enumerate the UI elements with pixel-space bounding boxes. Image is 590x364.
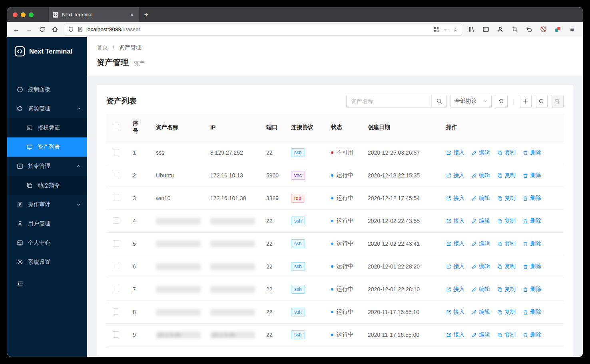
- browser-tab[interactable]: Next Terminal ×: [49, 7, 139, 22]
- page-actions-icon[interactable]: ⋯: [443, 26, 449, 33]
- connect-action[interactable]: 接入: [446, 286, 464, 293]
- refresh-button[interactable]: [535, 95, 548, 107]
- row-checkbox[interactable]: [113, 217, 119, 224]
- copy-action[interactable]: 复制: [497, 172, 516, 179]
- search-button[interactable]: [431, 95, 446, 107]
- tab-close-icon[interactable]: ×: [128, 11, 136, 18]
- sidebar-item-dashboard[interactable]: 控制面板: [7, 80, 87, 99]
- delete-action[interactable]: 删除: [523, 217, 541, 225]
- row-checkbox[interactable]: [113, 149, 119, 155]
- edit-pencil-icon: [472, 332, 477, 338]
- asset-name: [156, 218, 201, 225]
- close-window-button[interactable]: [13, 12, 18, 17]
- content-blocker-button[interactable]: [537, 24, 549, 35]
- reload-button[interactable]: [36, 24, 48, 35]
- delete-action[interactable]: 删除: [523, 149, 541, 156]
- trash-icon: [523, 264, 528, 269]
- edit-action[interactable]: 编辑: [472, 195, 490, 202]
- copy-action[interactable]: 复制: [497, 308, 516, 316]
- trash-icon: [523, 310, 528, 315]
- undo-button[interactable]: [495, 95, 508, 107]
- delete-action[interactable]: 删除: [523, 263, 541, 270]
- status-dot: [331, 151, 333, 154]
- row-checkbox[interactable]: [113, 195, 119, 201]
- app-logo[interactable]: Next Terminal: [7, 37, 87, 64]
- account-button[interactable]: [494, 24, 506, 35]
- copy-action[interactable]: 复制: [497, 195, 516, 202]
- connect-action[interactable]: 接入: [446, 331, 464, 338]
- sidebar-item-profile[interactable]: 个人中心: [7, 233, 87, 253]
- row-checkbox[interactable]: [113, 308, 119, 315]
- select-all-checkbox[interactable]: [113, 124, 119, 130]
- zoom-window-button[interactable]: [29, 12, 34, 17]
- sidebar-item-settings[interactable]: 系统设置: [7, 253, 87, 272]
- extension-button[interactable]: [552, 24, 564, 35]
- delete-action[interactable]: 删除: [523, 172, 541, 179]
- sidebar-item-label: 授权凭证: [38, 124, 81, 131]
- home-button[interactable]: [49, 24, 61, 35]
- copy-action[interactable]: 复制: [497, 263, 516, 270]
- delete-action[interactable]: 删除: [523, 331, 541, 338]
- connect-action[interactable]: 接入: [446, 172, 464, 179]
- connect-action[interactable]: 接入: [446, 149, 464, 156]
- row-checkbox[interactable]: [113, 172, 119, 178]
- highlights-icon[interactable]: [433, 26, 439, 32]
- delete-action[interactable]: 删除: [523, 195, 541, 202]
- sidebar-item-assets[interactable]: 资产列表: [7, 137, 87, 157]
- connect-action[interactable]: 接入: [446, 217, 464, 225]
- sidebar-collapse-button[interactable]: [7, 274, 87, 295]
- sidebar-item-users[interactable]: 用户管理: [7, 214, 87, 233]
- delete-selected-button[interactable]: [551, 95, 564, 107]
- row-checkbox[interactable]: [113, 263, 119, 269]
- sidebar-item-dynamic-commands[interactable]: 动态指令: [7, 176, 87, 195]
- add-asset-button[interactable]: [519, 95, 532, 107]
- connect-action[interactable]: 接入: [446, 308, 464, 316]
- delete-action[interactable]: 删除: [523, 240, 541, 247]
- delete-action[interactable]: 删除: [523, 308, 541, 316]
- edit-action[interactable]: 编辑: [472, 217, 490, 225]
- edit-action[interactable]: 编辑: [472, 331, 490, 338]
- sidebar-toggle-button[interactable]: [480, 24, 492, 35]
- row-checkbox[interactable]: [113, 331, 119, 338]
- bookmark-star-icon[interactable]: ☆: [453, 26, 458, 33]
- copy-action[interactable]: 复制: [497, 240, 516, 247]
- protocol-select[interactable]: 全部协议: [450, 95, 492, 107]
- connect-action[interactable]: 接入: [446, 240, 464, 247]
- edit-action[interactable]: 编辑: [472, 263, 490, 270]
- table-row: 5 22 ssh 运行中 2020-12-02 22:43:41 接入 编辑: [106, 233, 564, 255]
- library-button[interactable]: [465, 24, 477, 35]
- asset-name: sss: [156, 149, 164, 156]
- connect-action[interactable]: 接入: [446, 195, 464, 202]
- copy-action[interactable]: 复制: [497, 331, 516, 338]
- sidebar-item-resources[interactable]: 资源管理: [7, 99, 87, 118]
- asset-search: [346, 95, 447, 107]
- row-checkbox[interactable]: [113, 240, 119, 247]
- app-menu-button[interactable]: ≡: [566, 24, 578, 35]
- edit-action[interactable]: 编辑: [472, 240, 490, 247]
- edit-action[interactable]: 编辑: [472, 308, 490, 316]
- url-bar[interactable]: localhost:8088/#/asset ⋯ ☆: [64, 24, 462, 36]
- copy-action[interactable]: 复制: [497, 286, 516, 293]
- sidebar-item-credentials[interactable]: 授权凭证: [7, 118, 87, 137]
- history-button[interactable]: [523, 24, 535, 35]
- asset-ip: [210, 218, 255, 225]
- sidebar-item-commands[interactable]: 指令管理: [7, 157, 87, 176]
- screenshot-button[interactable]: [508, 24, 520, 35]
- breadcrumb-home[interactable]: 首页: [97, 44, 108, 50]
- sidebar-item-audit[interactable]: 操作审计: [7, 195, 87, 214]
- delete-action[interactable]: 删除: [523, 286, 541, 293]
- copy-action[interactable]: 复制: [497, 217, 516, 225]
- edit-action[interactable]: 编辑: [472, 286, 490, 293]
- edit-action[interactable]: 编辑: [472, 149, 490, 156]
- forward-button[interactable]: →: [23, 24, 35, 35]
- connect-action[interactable]: 接入: [446, 263, 464, 270]
- blocked-circle-icon: [540, 26, 547, 33]
- new-tab-button[interactable]: +: [139, 7, 153, 22]
- search-input[interactable]: [347, 95, 431, 107]
- row-checkbox[interactable]: [113, 286, 119, 292]
- minimize-window-button[interactable]: [21, 12, 26, 17]
- copy-action[interactable]: 复制: [497, 149, 516, 156]
- edit-pencil-icon: [472, 287, 477, 292]
- back-button[interactable]: ←: [10, 24, 22, 35]
- edit-action[interactable]: 编辑: [472, 172, 490, 179]
